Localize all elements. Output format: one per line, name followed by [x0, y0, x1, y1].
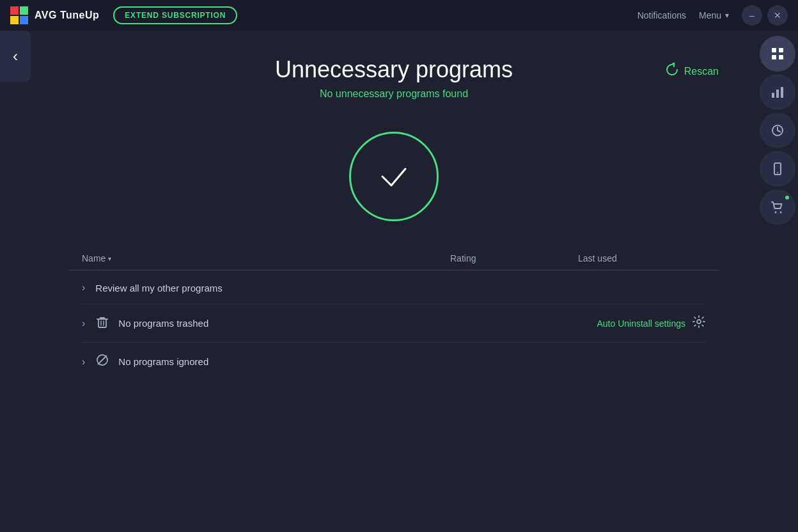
avg-logo [10, 6, 28, 24]
row-divider [82, 304, 706, 304]
row-label: Review all my other programs [95, 283, 222, 293]
svg-rect-0 [10, 6, 19, 15]
svg-point-17 [780, 212, 782, 214]
window-controls: – ✕ [742, 5, 788, 26]
page-subtitle: No unnecessary programs found [69, 88, 719, 100]
svg-rect-6 [772, 55, 776, 59]
svg-rect-1 [20, 6, 28, 15]
programs-table: Name ▾ Rating Last used › Review all my … [69, 253, 719, 379]
table-row[interactable]: › Review all my other programs [69, 273, 719, 302]
minimize-button[interactable]: – [742, 5, 762, 26]
row-expand-icon: › [82, 356, 85, 368]
header-right: Notifications Menu ▾ – ✕ [638, 5, 788, 26]
auto-uninstall-settings-button[interactable]: Auto Uninstall settings [597, 318, 685, 329]
rescan-label: Rescan [684, 66, 719, 77]
svg-rect-2 [10, 16, 19, 24]
settings-icon-button[interactable] [692, 315, 706, 332]
svg-rect-9 [776, 90, 779, 98]
check-circle [349, 132, 439, 221]
svg-point-22 [697, 320, 701, 324]
rescan-button[interactable]: Rescan [665, 63, 719, 80]
ignored-icon [95, 353, 109, 370]
main-content: Unnecessary programs No unnecessary prog… [31, 31, 757, 532]
svg-rect-7 [779, 55, 783, 59]
cart-icon-button[interactable] [760, 189, 795, 225]
svg-rect-8 [772, 93, 774, 98]
table-row[interactable]: › No programs ignored [69, 344, 719, 379]
right-panel [757, 31, 798, 225]
page-header: Unnecessary programs No unnecessary prog… [69, 56, 719, 100]
menu-button[interactable]: Menu ▾ [699, 10, 729, 20]
svg-line-13 [778, 130, 780, 132]
row-divider [82, 342, 706, 343]
svg-line-24 [98, 356, 107, 364]
mobile-icon-button[interactable] [760, 151, 795, 187]
svg-rect-5 [779, 48, 783, 52]
svg-rect-3 [20, 16, 28, 24]
row-expand-icon: › [82, 318, 85, 329]
extend-subscription-button[interactable]: EXTEND SUBSCRIPTION [113, 6, 237, 24]
page-title: Unnecessary programs [69, 56, 719, 83]
header-left: AVG TuneUp EXTEND SUBSCRIPTION [10, 6, 237, 24]
back-button[interactable]: ‹ [0, 31, 31, 82]
svg-rect-18 [98, 319, 106, 327]
row-actions: Auto Uninstall settings [597, 315, 706, 332]
svg-point-15 [777, 172, 778, 173]
cart-badge [784, 194, 790, 201]
table-header: Name ▾ Rating Last used [69, 253, 719, 270]
history-icon-button[interactable] [760, 113, 795, 148]
svg-point-16 [775, 212, 777, 214]
column-last-used-header: Last used [578, 253, 706, 263]
rescan-icon [665, 63, 679, 80]
back-arrow-icon: ‹ [13, 47, 18, 65]
success-indicator [349, 132, 439, 221]
menu-chevron-icon: ▾ [725, 11, 729, 20]
row-label: No programs ignored [118, 356, 208, 367]
sort-icon: ▾ [108, 255, 111, 262]
grid-icon-button[interactable] [760, 36, 795, 72]
header: AVG TuneUp EXTEND SUBSCRIPTION Notificat… [0, 0, 798, 31]
row-label: No programs trashed [118, 318, 208, 329]
table-row[interactable]: › No programs trashed Auto Uninstall set… [69, 306, 719, 341]
close-button[interactable]: ✕ [767, 5, 788, 26]
row-expand-icon: › [82, 282, 85, 293]
trash-icon [95, 315, 109, 332]
svg-rect-10 [781, 87, 783, 98]
column-name-header: Name ▾ [82, 253, 450, 263]
chart-icon-button[interactable] [760, 74, 795, 110]
svg-rect-4 [772, 48, 776, 52]
notifications-link[interactable]: Notifications [638, 10, 686, 20]
column-rating-header: Rating [450, 253, 578, 263]
app-title: AVG TuneUp [35, 10, 99, 21]
